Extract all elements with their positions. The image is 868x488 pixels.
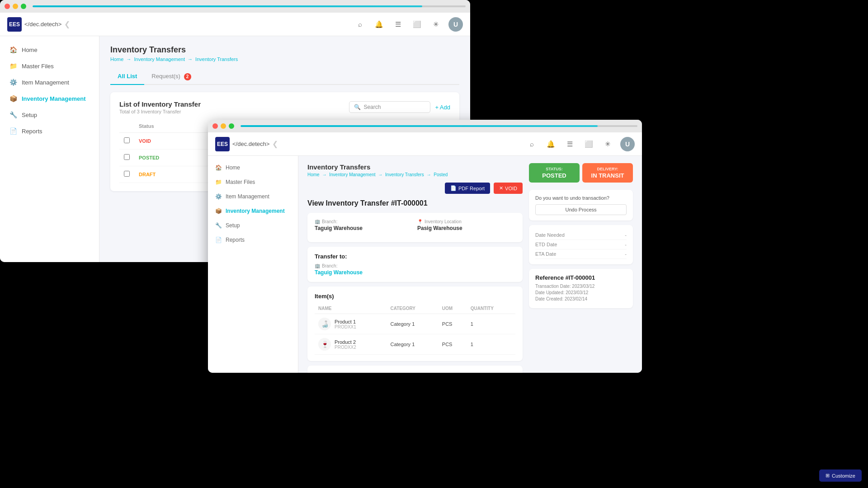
breadcrumb-1: Home → Inventory Management → Inventory … — [110, 56, 459, 62]
w2-itemmanagement-label: Item Management — [226, 193, 269, 200]
w2-itemmanagement-icon: ⚙️ — [215, 193, 222, 200]
product-1-icon: 🍶 — [318, 318, 331, 330]
transfer-from-row: 🏢 Branch: Taguig Warehouse 📍 Inventory L… — [315, 219, 515, 231]
row-checkbox-3[interactable] — [124, 171, 130, 177]
date-created: Date Created: 2023/02/14 — [535, 296, 627, 301]
sidebar-2: 🏠 Home 📁 Master Files ⚙️ Item Management… — [208, 156, 298, 373]
settings-icon-1[interactable]: ✳ — [429, 18, 442, 31]
dot-yellow-1[interactable] — [13, 4, 18, 9]
branch-from-label: 🏢 Branch: — [315, 219, 413, 224]
search-icon-list-1: 🔍 — [354, 104, 361, 110]
status-posted-1: POSTED — [139, 155, 159, 160]
action-btns: 📄 PDF Report ✕ VOID — [307, 183, 523, 194]
status-draft-1: DRAFT — [139, 172, 156, 177]
pdf-label: PDF Report — [458, 186, 485, 191]
w2-sidebar-item-masterfiles[interactable]: 📁 Master Files — [208, 175, 298, 189]
titlebar-2 — [208, 120, 642, 132]
search-icon-1[interactable]: ⌕ — [354, 18, 366, 31]
home-icon-1: 🏠 — [9, 46, 17, 53]
product-2-sku: PRODXX2 — [335, 345, 356, 350]
sidebar-item-setup-1[interactable]: 🔧 Setup — [0, 107, 99, 123]
topnav-icons-1: ⌕ 🔔 ☰ ⬜ ✳ U — [354, 17, 463, 32]
branch-to-icon: 🏢 — [315, 263, 320, 268]
topnav-2: EES </dec.detech> ❮ ⌕ 🔔 ☰ ⬜ ✳ U — [208, 132, 642, 156]
date-needed-row: Date Needed - — [535, 230, 627, 240]
avatar-1[interactable]: U — [448, 17, 463, 32]
reference-card: Reference #IT-000001 Transaction Date: 2… — [529, 269, 633, 308]
sidebar-label-masterfiles-1: Master Files — [22, 63, 54, 70]
menu-icon-1[interactable]: ☰ — [392, 18, 404, 31]
sidebar-item-reports-1[interactable]: 📄 Reports — [0, 123, 99, 139]
search-icon-2[interactable]: ⌕ — [525, 138, 538, 150]
grid-icon-2[interactable]: ⬜ — [582, 138, 595, 150]
add-button-1[interactable]: + Add — [435, 104, 450, 111]
breadcrumb-transfers: Inventory Transfers — [195, 56, 238, 62]
titlebar-1 — [0, 0, 470, 13]
row-checkbox-1[interactable] — [124, 137, 130, 143]
w2-sidebar-item-setup[interactable]: 🔧 Setup — [208, 218, 298, 233]
items-table: NAME CATEGORY UOM QUANTITY 🍶 — [315, 303, 515, 355]
w2-bc-posted: Posted — [434, 172, 448, 177]
dot-yellow-2[interactable] — [221, 123, 226, 129]
w2-sidebar-item-reports[interactable]: 📄 Reports — [208, 233, 298, 247]
location-label: 📍 Inventory Location — [417, 219, 515, 224]
w2-sidebar-item-inventory[interactable]: 📦 Inventory Management — [208, 204, 298, 218]
row-checkbox-2[interactable] — [124, 154, 130, 160]
undo-process-button[interactable]: Undo Process — [535, 204, 627, 215]
tabs-1: All List Request(s) 2 — [110, 69, 459, 85]
branch-to-value: Taguig Warehouse — [315, 269, 515, 276]
bell-icon-2[interactable]: 🔔 — [544, 138, 557, 150]
status-panel: STATUS: POSTED DELIVERY: IN TRANSIT — [529, 163, 633, 183]
collapse-btn-1[interactable]: ❮ — [64, 20, 70, 28]
dot-green-2[interactable] — [229, 123, 234, 129]
void-button[interactable]: ✕ VOID — [494, 183, 523, 194]
avatar-2[interactable]: U — [620, 137, 635, 151]
void-label: VOID — [505, 186, 517, 191]
delivery-label: DELIVERY: — [587, 167, 628, 171]
dot-red-1[interactable] — [5, 4, 10, 9]
branch-to-label: 🏢 Branch: — [315, 263, 515, 268]
tab-alllist[interactable]: All List — [110, 69, 144, 85]
sidebar-item-itemmanagement-1[interactable]: ⚙️ Item Management — [0, 74, 99, 90]
item-row-2: 🍷 Product 2 PRODXX2 Category 1 PCS — [315, 334, 515, 355]
dot-red-2[interactable] — [212, 123, 218, 129]
collapse-btn-2[interactable]: ❮ — [272, 140, 278, 148]
settings-icon-2[interactable]: ✳ — [601, 138, 614, 150]
w2-bc-inventory: Inventory Management — [329, 172, 375, 177]
breadcrumb-inventory: Inventory Management — [134, 56, 185, 62]
search-box-1[interactable]: 🔍 Search — [349, 101, 430, 113]
delivery-block: DELIVERY: IN TRANSIT — [582, 163, 633, 183]
sidebar-item-inventory-1[interactable]: 📦 Inventory Management — [0, 90, 99, 107]
remarks-title: Remarks — [315, 372, 515, 373]
w2-reports-label: Reports — [226, 237, 245, 243]
list-card-header-1: List of Inventory Transfer Total of 3 In… — [119, 100, 450, 114]
topnav-icons-2: ⌕ 🔔 ☰ ⬜ ✳ U — [525, 137, 635, 151]
w2-sidebar-item-itemmanagement[interactable]: ⚙️ Item Management — [208, 189, 298, 204]
product-2-name: Product 2 — [335, 339, 356, 345]
pdf-report-button[interactable]: 📄 PDF Report — [445, 183, 490, 194]
date-needed-label: Date Needed — [535, 232, 565, 238]
product-2-uom: PCS — [439, 334, 467, 355]
etd-label: ETD Date — [535, 242, 557, 247]
w2-inventory-label: Inventory Management — [226, 208, 285, 214]
tab-requests[interactable]: Request(s) 2 — [144, 69, 198, 84]
grid-icon-1[interactable]: ⬜ — [410, 18, 423, 31]
product-1-uom: PCS — [439, 314, 467, 334]
w2-bc-transfers: Inventory Transfers — [385, 172, 424, 177]
itemmanagement-icon-1: ⚙️ — [9, 79, 17, 86]
dot-green-1[interactable] — [21, 4, 26, 9]
product-2-quantity: 1 — [467, 334, 515, 355]
sidebar-item-masterfiles-1[interactable]: 📁 Master Files — [0, 58, 99, 74]
w2-layout: 🏠 Home 📁 Master Files ⚙️ Item Management… — [208, 156, 642, 373]
dates-card: Date Needed - ETD Date - ETA Date - — [529, 225, 633, 264]
sidebar-item-home-1[interactable]: 🏠 Home — [0, 42, 99, 58]
w2-sidebar-item-home[interactable]: 🏠 Home — [208, 160, 298, 175]
domain-1: </dec.detech> — [24, 21, 61, 28]
bell-icon-1[interactable]: 🔔 — [373, 18, 385, 31]
sidebar-label-reports-1: Reports — [22, 128, 42, 135]
branch-to-group: 🏢 Branch: Taguig Warehouse — [315, 263, 515, 276]
menu-icon-2[interactable]: ☰ — [563, 138, 576, 150]
product-2-icon: 🍷 — [318, 338, 331, 351]
w2-breadcrumb: Home → Inventory Management → Inventory … — [307, 172, 523, 177]
branch-icon: 🏢 — [315, 219, 320, 224]
